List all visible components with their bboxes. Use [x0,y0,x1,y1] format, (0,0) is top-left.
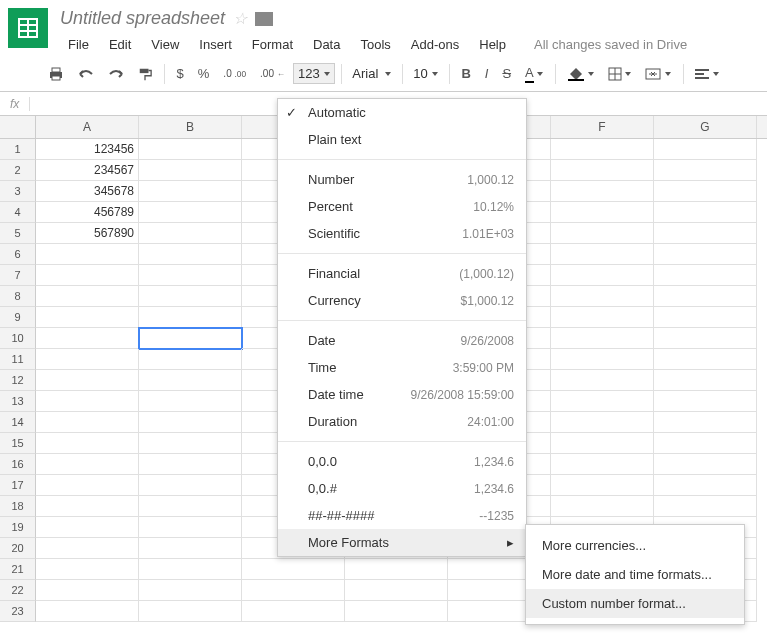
sheets-logo[interactable] [8,8,48,48]
cell[interactable] [654,433,757,454]
cell[interactable] [139,349,242,370]
cell[interactable] [36,412,139,433]
row-header[interactable]: 23 [0,601,36,622]
format-date[interactable]: Date9/26/2008 [278,327,526,354]
cell[interactable] [551,454,654,475]
cell[interactable] [139,370,242,391]
format-currency[interactable]: $ [171,62,190,85]
cell[interactable] [36,307,139,328]
row-header[interactable]: 14 [0,412,36,433]
undo-icon[interactable] [72,64,100,84]
cell[interactable] [551,496,654,517]
cell[interactable] [654,412,757,433]
cell[interactable] [139,391,242,412]
menu-help[interactable]: Help [471,33,514,56]
format-automatic[interactable]: ✓Automatic [278,99,526,126]
col-header-g[interactable]: G [654,116,757,138]
cell[interactable] [139,328,242,349]
row-header[interactable]: 7 [0,265,36,286]
menu-data[interactable]: Data [305,33,348,56]
col-header-a[interactable]: A [36,116,139,138]
cell[interactable] [551,181,654,202]
bold-button[interactable]: B [455,62,476,85]
cell[interactable] [139,244,242,265]
row-header[interactable]: 2 [0,160,36,181]
row-header[interactable]: 18 [0,496,36,517]
cell[interactable]: 345678 [36,181,139,202]
cell[interactable] [654,328,757,349]
cell[interactable] [139,286,242,307]
cell[interactable] [242,559,345,580]
select-all-corner[interactable] [0,116,36,138]
cell[interactable] [139,580,242,601]
format-plain-text[interactable]: Plain text [278,126,526,153]
format-duration[interactable]: Duration24:01:00 [278,408,526,435]
cell[interactable] [36,328,139,349]
menu-insert[interactable]: Insert [191,33,240,56]
cell[interactable] [654,475,757,496]
cell[interactable] [36,601,139,622]
cell[interactable] [654,286,757,307]
cell[interactable] [654,349,757,370]
row-header[interactable]: 5 [0,223,36,244]
cell[interactable] [654,244,757,265]
cell[interactable] [654,139,757,160]
cell[interactable] [139,454,242,475]
cell[interactable] [551,349,654,370]
menu-view[interactable]: View [143,33,187,56]
format-custom-3[interactable]: ##-##-####--1235 [278,502,526,529]
more-formats-dropdown[interactable]: 123 [293,63,335,84]
cell[interactable] [654,265,757,286]
cell[interactable] [36,538,139,559]
row-header[interactable]: 9 [0,307,36,328]
row-header[interactable]: 6 [0,244,36,265]
cell[interactable] [139,181,242,202]
cell[interactable] [551,370,654,391]
more-currencies[interactable]: More currencies... [526,531,744,560]
cell[interactable] [139,496,242,517]
menu-file[interactable]: File [60,33,97,56]
row-header[interactable]: 12 [0,370,36,391]
cell[interactable] [654,202,757,223]
format-custom-2[interactable]: 0,0.#1,234.6 [278,475,526,502]
cell[interactable] [139,160,242,181]
font-size-dropdown[interactable]: 10 [408,63,442,84]
cell[interactable] [36,454,139,475]
col-header-b[interactable]: B [139,116,242,138]
row-header[interactable]: 20 [0,538,36,559]
cell[interactable] [139,433,242,454]
col-header-f[interactable]: F [551,116,654,138]
cell[interactable] [139,412,242,433]
format-currency[interactable]: Currency$1,000.12 [278,287,526,314]
folder-icon[interactable] [255,12,273,26]
row-header[interactable]: 1 [0,139,36,160]
cell[interactable] [551,433,654,454]
row-header[interactable]: 21 [0,559,36,580]
font-family-dropdown[interactable]: Arial [347,63,395,84]
cell[interactable] [36,265,139,286]
cell[interactable] [36,433,139,454]
cell[interactable] [654,454,757,475]
cell[interactable] [654,370,757,391]
format-datetime[interactable]: Date time9/26/2008 15:59:00 [278,381,526,408]
cell[interactable] [654,181,757,202]
cell[interactable] [139,538,242,559]
cell[interactable] [551,139,654,160]
cell[interactable] [654,223,757,244]
cell[interactable]: 456789 [36,202,139,223]
fill-color-icon[interactable] [562,62,600,85]
format-time[interactable]: Time3:59:00 PM [278,354,526,381]
redo-icon[interactable] [102,64,130,84]
row-header[interactable]: 13 [0,391,36,412]
cell[interactable] [36,391,139,412]
cell[interactable] [551,265,654,286]
cell[interactable] [139,139,242,160]
cell[interactable] [551,328,654,349]
cell[interactable] [654,496,757,517]
cell[interactable] [551,202,654,223]
cell[interactable] [242,580,345,601]
cell[interactable] [551,307,654,328]
cell[interactable] [139,265,242,286]
cell[interactable]: 123456 [36,139,139,160]
cell[interactable] [654,307,757,328]
